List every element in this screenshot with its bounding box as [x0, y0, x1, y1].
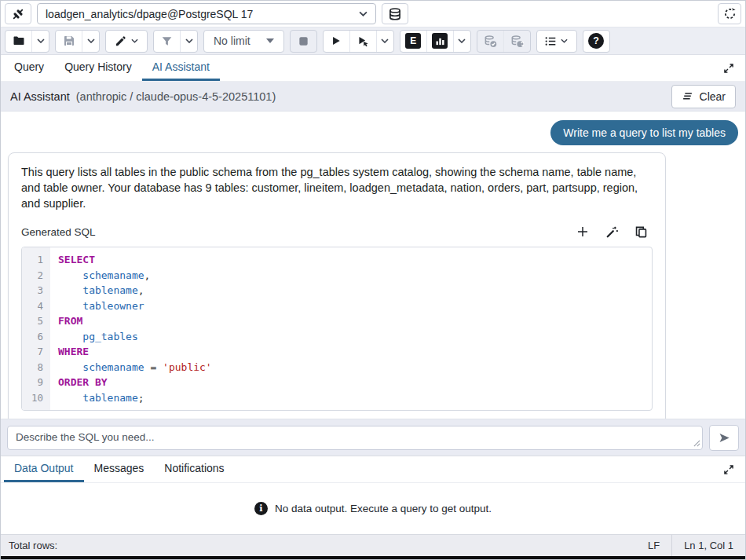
- chevron-down-icon: [359, 11, 368, 16]
- generated-sql-header: Generated SQL: [21, 223, 653, 240]
- execute-button[interactable]: [324, 31, 349, 52]
- sql-line-number: 1: [22, 252, 50, 268]
- chevron-down-icon: [87, 38, 95, 43]
- edit-group: [105, 30, 148, 53]
- sql-line-number: 10: [22, 390, 50, 406]
- ai-chat-area: Write me a query to list my tables This …: [1, 112, 745, 419]
- sql-code-line: FROM: [58, 313, 652, 329]
- explain-button[interactable]: E: [400, 31, 426, 52]
- expand-icon: [723, 464, 734, 475]
- macros-group: [536, 30, 577, 53]
- execute-menu-button[interactable]: [376, 31, 393, 52]
- sql-line-number: 9: [22, 375, 50, 390]
- query-toolbar: No limit E: [1, 27, 745, 55]
- connection-selector[interactable]: loadgen_analytics/dpage@PostgreSQL 17: [37, 3, 376, 24]
- chevron-down-icon: [458, 38, 466, 43]
- status-bar-right: LF Ln 1, Col 1: [636, 535, 745, 556]
- connection-status-button[interactable]: [5, 3, 31, 24]
- row-limit-select[interactable]: No limit: [203, 30, 284, 53]
- sql-line-number: 6: [22, 329, 50, 345]
- filter-menu-button[interactable]: [180, 31, 197, 52]
- open-file-menu-button[interactable]: [31, 31, 49, 52]
- sql-code-line: pg_tables: [58, 329, 652, 345]
- new-connection-button[interactable]: [718, 3, 741, 24]
- save-group: [55, 30, 100, 53]
- database-connections-button[interactable]: [382, 3, 408, 24]
- sql-line-number: 8: [22, 360, 50, 375]
- chevron-down-icon: [37, 38, 45, 43]
- expand-output-panel-button[interactable]: [715, 464, 742, 475]
- cursor-position-indicator[interactable]: Ln 1, Col 1: [672, 535, 745, 556]
- tab-data-output-label: Data Output: [14, 462, 74, 474]
- expand-editor-panel-button[interactable]: [715, 63, 742, 74]
- save-menu-button[interactable]: [82, 31, 99, 52]
- tab-messages[interactable]: Messages: [84, 456, 155, 482]
- clear-chat-button[interactable]: Clear: [671, 85, 736, 108]
- explain-analyze-button[interactable]: [426, 31, 453, 52]
- sql-line-number: 5: [22, 313, 50, 329]
- tab-query-history[interactable]: Query History: [54, 55, 142, 81]
- rollback-button[interactable]: [503, 31, 530, 52]
- tab-query-history-label: Query History: [64, 60, 132, 73]
- sql-line-number: 3: [22, 283, 50, 298]
- tab-notifications[interactable]: Notifications: [154, 456, 234, 482]
- insert-sql-button[interactable]: [574, 223, 591, 240]
- help-icon: ?: [588, 33, 604, 49]
- macros-list-icon: [545, 35, 557, 47]
- commit-icon: [484, 35, 497, 48]
- help-group: ?: [583, 30, 610, 53]
- pencil-icon: [115, 35, 126, 47]
- save-icon: [63, 35, 75, 47]
- plus-icon: [576, 225, 589, 238]
- chevron-down-icon: [131, 38, 138, 43]
- prompt-input-wrapper: [7, 426, 703, 450]
- edit-menu-button[interactable]: [106, 31, 147, 52]
- explain-icon: E: [405, 33, 421, 49]
- sql-code-line: schemaname = 'public': [58, 360, 652, 375]
- execute-script-button[interactable]: [349, 31, 376, 52]
- refresh-connection-icon: [723, 7, 737, 20]
- sql-code-line: WHERE: [58, 344, 652, 360]
- save-button[interactable]: [56, 31, 82, 52]
- total-rows-label: Total rows:: [1, 540, 57, 551]
- rollback-icon: [510, 35, 524, 48]
- clear-icon: [682, 91, 693, 101]
- tab-data-output[interactable]: Data Output: [4, 456, 84, 482]
- commit-button[interactable]: [477, 31, 503, 52]
- sql-code-line: ORDER BY: [58, 375, 652, 390]
- stop-button[interactable]: [291, 31, 316, 52]
- explain-analyze-icon: [432, 33, 448, 49]
- sql-code-line: tableowner: [58, 298, 652, 314]
- expand-icon: [723, 63, 734, 74]
- empty-output-message: No data output. Execute a query to get o…: [275, 503, 492, 514]
- tab-query[interactable]: Query: [4, 55, 54, 81]
- copy-icon: [634, 225, 648, 239]
- filter-button[interactable]: [154, 31, 180, 52]
- tab-ai-assistant[interactable]: AI Assistant: [142, 55, 220, 81]
- chevron-down-icon: [561, 38, 568, 43]
- prompt-input-row: [1, 419, 745, 456]
- open-file-group: [5, 30, 49, 53]
- generated-sql-label: Generated SQL: [21, 226, 96, 238]
- eol-indicator[interactable]: LF: [636, 535, 671, 556]
- help-button[interactable]: ?: [583, 31, 609, 52]
- editor-tab-bar: Query Query History AI Assistant: [1, 55, 745, 82]
- send-prompt-button[interactable]: [709, 425, 739, 451]
- magic-wand-icon: [605, 225, 619, 239]
- copy-sql-button[interactable]: [632, 223, 649, 240]
- apply-sql-button[interactable]: [603, 223, 620, 240]
- sql-code-line: schemaname,: [58, 268, 652, 284]
- macros-menu-button[interactable]: [537, 31, 576, 52]
- explain-group: E: [400, 30, 471, 53]
- transaction-group: [477, 30, 531, 53]
- open-file-button[interactable]: [5, 31, 31, 52]
- ai-assistant-title: AI Assistant: [10, 90, 70, 103]
- play-icon: [331, 35, 342, 46]
- caret-down-icon: [266, 38, 274, 43]
- status-bar: Total rows: LF Ln 1, Col 1: [1, 534, 745, 556]
- prompt-input[interactable]: [7, 426, 703, 450]
- row-limit-value: No limit: [214, 35, 250, 47]
- explain-menu-button[interactable]: [453, 31, 470, 52]
- play-cursor-icon: [357, 35, 369, 47]
- user-message-bubble: Write me a query to list my tables: [550, 120, 738, 145]
